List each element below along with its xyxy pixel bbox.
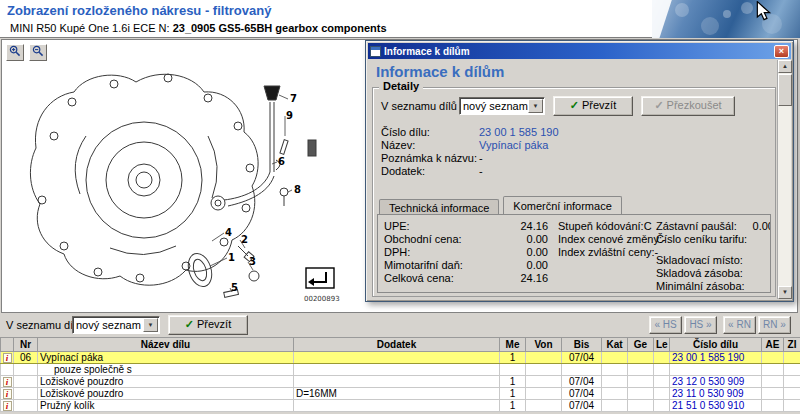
chevron-down-icon[interactable]: ▼ xyxy=(528,99,543,113)
table-cell xyxy=(654,400,670,412)
table-cell: 1 xyxy=(500,376,526,388)
check-icon: ✓ xyxy=(185,318,194,330)
dialog-title: Informace k dílům xyxy=(384,46,470,57)
zoom-in-button[interactable] xyxy=(6,44,24,61)
table-row[interactable]: iLožiskové pouzdro107/0423 12 0 530 909 xyxy=(1,376,800,388)
table-cell: i xyxy=(1,376,14,388)
column-header[interactable]: Dodatek xyxy=(294,338,500,352)
scroll-down-icon[interactable]: ▼ xyxy=(778,286,792,299)
table-cell xyxy=(784,400,800,412)
table-cell: 07/04 xyxy=(562,388,602,400)
table-cell xyxy=(670,364,762,376)
column-header[interactable]: ZI xyxy=(784,338,800,352)
dialog-scrollbar[interactable]: ▲ ▼ xyxy=(777,60,791,299)
scroll-up-icon[interactable]: ▲ xyxy=(778,60,792,73)
list-combobox[interactable]: nový seznam ▼ xyxy=(459,97,545,115)
field-row: Dodatek:- xyxy=(381,165,681,178)
take-over-button[interactable]: ✓Převzít xyxy=(168,315,248,335)
table-cell: 06 xyxy=(14,352,38,364)
parts-toolbar: V seznamu dílů nový seznam ▼ ✓Převzít « … xyxy=(0,314,800,337)
details-label: Detaily xyxy=(379,80,423,92)
field-row: Celková cena:24.16 xyxy=(384,272,548,285)
field-value: - xyxy=(770,280,771,293)
table-cell xyxy=(602,400,628,412)
info-icon[interactable]: i xyxy=(3,401,12,411)
info-icon[interactable]: i xyxy=(3,377,12,387)
field-value: C xyxy=(644,220,652,233)
table-cell xyxy=(562,364,602,376)
scrollbar-thumb[interactable] xyxy=(778,74,792,106)
column-header[interactable]: Me xyxy=(500,338,526,352)
dialog-heading: Informace k dílům xyxy=(376,63,504,80)
table-cell xyxy=(602,364,628,376)
table-cell: Vypínací páka xyxy=(38,352,294,364)
field-row: Index zvláštní ceny:- xyxy=(558,246,648,259)
column-header[interactable]: AE xyxy=(762,338,784,352)
app-header: Zobrazení rozloženého nákresu - filtrova… xyxy=(0,0,800,38)
next-hs-button[interactable]: HS » xyxy=(684,316,717,334)
table-row[interactable]: i06Vypínací páka107/0423 00 1 585 190 xyxy=(1,352,800,364)
list-combobox[interactable]: nový seznam ▼ xyxy=(72,316,160,334)
next-rn-button[interactable]: RN » xyxy=(758,316,791,334)
column-header[interactable]: Le xyxy=(654,338,670,352)
field-label: Stupeň kódování: xyxy=(558,220,644,233)
close-icon[interactable]: × xyxy=(774,45,789,58)
decorative-banner xyxy=(652,0,800,38)
table-row[interactable]: iLožiskové pouzdroD=16MM107/0423 11 0 53… xyxy=(1,388,800,400)
column-header[interactable]: Kat xyxy=(602,338,628,352)
check-icon: ✓ xyxy=(654,99,663,111)
column-header[interactable]: Název dílu xyxy=(38,338,294,352)
field-value: - xyxy=(479,152,483,164)
field-value: 24.16 xyxy=(520,272,548,285)
column-header[interactable]: Ge xyxy=(628,338,654,352)
column-header[interactable]: Číslo dílu xyxy=(670,338,762,352)
column-header[interactable]: Nr xyxy=(14,338,38,352)
column-header[interactable]: Von xyxy=(526,338,562,352)
take-over-button[interactable]: ✓Převzít xyxy=(553,96,633,116)
field-label: Index cenové změny: xyxy=(558,233,662,246)
table-cell: 23 11 0 530 909 xyxy=(670,388,762,400)
list-combobox-value: nový seznam xyxy=(460,100,528,112)
column-header[interactable]: Bis xyxy=(562,338,602,352)
table-cell xyxy=(654,388,670,400)
column-header[interactable] xyxy=(1,338,14,352)
field-label: Skladovací místo: xyxy=(656,254,743,267)
field-label: Poznámka k názvu: xyxy=(381,152,479,165)
info-icon[interactable]: i xyxy=(3,389,12,399)
tab-strip: Technická informace Komerční informace xyxy=(379,196,623,214)
table-cell: 23 00 1 585 190 xyxy=(670,352,762,364)
parts-table-head-row: NrNázev díluDodatekMeVonBisKatGeLeČíslo … xyxy=(1,338,800,352)
table-cell xyxy=(14,388,38,400)
table-cell: i xyxy=(1,388,14,400)
table-cell: D=16MM xyxy=(294,388,500,400)
verify-button[interactable]: ✓Přezkoušet xyxy=(641,96,735,116)
field-value: 0.00 xyxy=(527,246,548,259)
table-cell xyxy=(762,364,784,376)
list-combobox-value: nový seznam xyxy=(73,319,143,331)
field-row: Zástavní paušál:0.00 xyxy=(656,220,771,233)
table-cell: Ložiskové pouzdro xyxy=(38,388,294,400)
tab-commercial-info[interactable]: Komerční informace xyxy=(503,196,621,214)
prev-hs-button[interactable]: « HS xyxy=(649,316,682,334)
field-row: DPH:0.00 xyxy=(384,246,548,259)
field-label: UPE: xyxy=(384,220,410,233)
table-row[interactable]: pouze společně s xyxy=(1,364,800,376)
field-row: Název:Vypínací páka xyxy=(381,139,681,152)
chevron-down-icon[interactable]: ▼ xyxy=(143,318,158,332)
dialog-titlebar[interactable]: Informace k dílům × xyxy=(368,43,791,59)
table-cell xyxy=(526,388,562,400)
info-icon[interactable]: i xyxy=(3,353,12,363)
table-row[interactable]: iPružný kolík107/0421 51 0 530 910 xyxy=(1,400,800,412)
table-cell xyxy=(762,388,784,400)
table-cell xyxy=(294,352,500,364)
prev-rn-button[interactable]: « RN xyxy=(723,316,756,334)
table-cell xyxy=(602,388,628,400)
vehicle-label: MINI R50 Kupé One 1.6i ECE xyxy=(10,22,156,34)
table-cell xyxy=(628,376,654,388)
tab-col3b: Skladovací místo:-Skladová zásoba:-Minim… xyxy=(656,254,771,293)
field-label: Název: xyxy=(381,139,479,152)
zoom-out-button[interactable] xyxy=(29,44,47,61)
tab-col3a: Zástavní paušál:0.00Číslo ceníku tarifu:… xyxy=(656,220,771,246)
document-label: 23_0905 GS5-65BH gearbox components xyxy=(173,22,387,34)
table-cell: 1 xyxy=(500,400,526,412)
